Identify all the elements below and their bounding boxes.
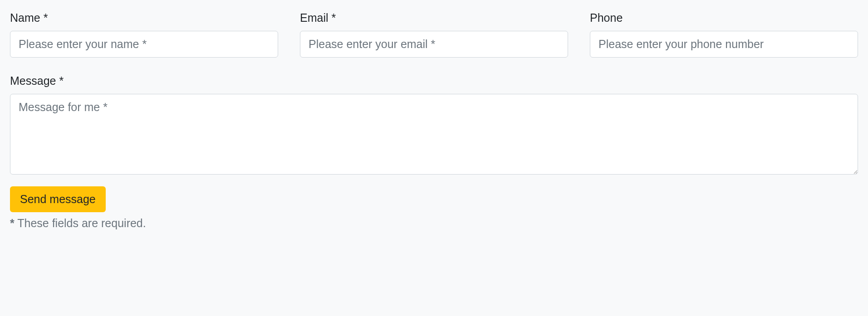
form-group-phone: Phone (590, 11, 858, 58)
form-group-message: Message * (10, 74, 858, 175)
send-message-button[interactable]: Send message (10, 186, 106, 212)
required-asterisk: * (10, 217, 15, 229)
phone-label: Phone (590, 11, 858, 24)
form-actions: Send message * These fields are required… (10, 186, 858, 230)
required-fields-note: * These fields are required. (10, 217, 858, 230)
name-label: Name * (10, 11, 278, 24)
form-group-name: Name * (10, 11, 278, 58)
form-row-top: Name * Email * Phone (10, 11, 858, 58)
required-note-text: These fields are required. (15, 217, 146, 229)
form-group-email: Email * (300, 11, 568, 58)
email-input[interactable] (300, 31, 568, 58)
contact-form: Name * Email * Phone Message * Send mess… (0, 0, 868, 241)
phone-input[interactable] (590, 31, 858, 58)
name-input[interactable] (10, 31, 278, 58)
message-textarea[interactable] (10, 94, 858, 175)
email-label: Email * (300, 11, 568, 24)
message-label: Message * (10, 74, 858, 88)
